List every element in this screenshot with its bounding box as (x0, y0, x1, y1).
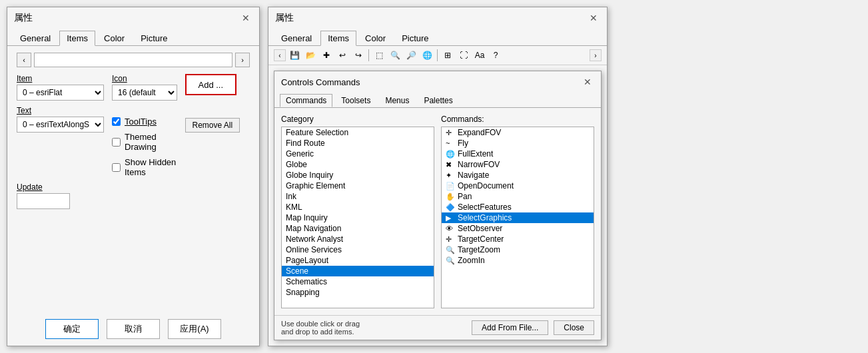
tab-color-right[interactable]: Color (358, 31, 393, 46)
cc-title: Controls Commands (281, 77, 360, 87)
toolbar-save-icon[interactable]: 💾 (287, 49, 302, 62)
toolbar-sep1 (368, 49, 369, 61)
cmd-open-document[interactable]: 📄OpenDocument (442, 180, 594, 191)
toolbar-globe-icon[interactable]: 🌐 (420, 49, 434, 62)
commands-list[interactable]: ✛ExpandFOV ~Fly 🌐FullExtent ✖NarrowFOV ✦… (441, 127, 594, 308)
cmd-fly[interactable]: ~Fly (442, 138, 594, 149)
cc-footer: Use double click or drag and drop to add… (274, 315, 601, 340)
tab-items-left[interactable]: Items (59, 31, 95, 46)
zoom-in-icon: 🔍 (446, 256, 455, 265)
cat-network-analyst[interactable]: Network Analyst (282, 234, 434, 244)
cmd-select-graphics[interactable]: ▶SelectGraphics (442, 212, 594, 223)
tab-picture-left[interactable]: Picture (133, 31, 175, 46)
cat-globe[interactable]: Globe (282, 159, 434, 170)
add-from-file-button[interactable]: Add From File... (472, 320, 548, 335)
commands-column: Commands: ✛ExpandFOV ~Fly 🌐FullExtent ✖N… (441, 115, 594, 308)
right-properties-dialog: 属性 ✕ General Items Color Picture ‹ 💾 📂 ✚… (268, 7, 608, 346)
toolbar-scroll-right[interactable]: › (590, 49, 602, 61)
cat-globe-inquiry[interactable]: Globe Inquiry (282, 170, 434, 180)
toolbar-select-icon[interactable]: ⬚ (372, 49, 386, 62)
cmd-set-observer[interactable]: 👁SetObserver (442, 223, 594, 234)
right-titlebar: 属性 ✕ (268, 7, 607, 27)
cat-schematics[interactable]: Schematics (282, 276, 434, 287)
cat-find-route[interactable]: Find Route (282, 138, 434, 149)
cmd-target-zoom[interactable]: 🔍TargetZoom (442, 244, 594, 255)
add-button[interactable]: Add ... (185, 74, 237, 95)
category-list[interactable]: Feature Selection Find Route Generic Glo… (281, 127, 434, 308)
tab-general-left[interactable]: General (13, 31, 58, 46)
cat-scene[interactable]: Scene (282, 266, 434, 276)
toolbar-add-icon[interactable]: ✚ (319, 49, 334, 62)
tooltips-checkbox[interactable] (112, 117, 121, 126)
left-dialog-title: 属性 (14, 12, 33, 24)
toolbar-scroll-left[interactable]: ‹ (274, 49, 286, 61)
cc-tab-commands[interactable]: Commands (280, 94, 332, 107)
cat-snapping[interactable]: Snapping (282, 287, 434, 298)
cmd-narrow-fov[interactable]: ✖NarrowFOV (442, 159, 594, 170)
apply-button[interactable]: 应用(A) (168, 319, 221, 339)
cat-map-navigation[interactable]: Map Navigation (282, 223, 434, 234)
cmd-select-features[interactable]: 🔷SelectFeatures (442, 202, 594, 212)
scroll-right-btn[interactable]: › (235, 53, 250, 67)
cmd-target-center[interactable]: ✛TargetCenter (442, 234, 594, 244)
item-field-group: Item 0 – esriFlat (17, 74, 104, 101)
right-close-button[interactable]: ✕ (587, 11, 600, 25)
cat-pagelayout[interactable]: PageLayout (282, 255, 434, 266)
cmd-navigate[interactable]: ✦Navigate (442, 170, 594, 180)
tab-general-right[interactable]: General (274, 31, 319, 46)
cc-close-button[interactable]: ✕ (581, 75, 594, 89)
cc-titlebar: Controls Commands ✕ (274, 71, 601, 91)
cancel-button[interactable]: 取消 (107, 319, 160, 339)
cmd-zoom-in[interactable]: 🔍ZoomIn (442, 255, 594, 266)
scroll-left-btn[interactable]: ‹ (17, 53, 31, 67)
pan-icon: ✋ (446, 192, 455, 201)
cc-tab-menus[interactable]: Menus (379, 94, 415, 107)
tab-items-right[interactable]: Items (320, 31, 356, 46)
ok-button[interactable]: 确定 (45, 319, 99, 339)
category-label: Category (281, 115, 434, 124)
cmd-full-extent[interactable]: 🌐FullExtent (442, 149, 594, 159)
toolbar-sep2 (437, 49, 438, 61)
cat-map-inquiry[interactable]: Map Inquiry (282, 212, 434, 223)
cmd-pan[interactable]: ✋Pan (442, 191, 594, 202)
tooltips-label: ToolTips (125, 117, 157, 127)
icon-select[interactable]: 16 (default (112, 85, 177, 101)
item-select[interactable]: 0 – esriFlat (17, 85, 104, 101)
tab-color-left[interactable]: Color (97, 31, 132, 46)
cc-tab-toolsets[interactable]: Toolsets (335, 94, 376, 107)
cat-feature-selection[interactable]: Feature Selection (282, 127, 434, 138)
toolbar-fullscreen-icon[interactable]: ⛶ (456, 49, 471, 62)
themed-drawing-checkbox[interactable] (112, 138, 121, 147)
themed-drawing-label: Themed Drawing (125, 132, 177, 152)
cat-ink[interactable]: Ink (282, 191, 434, 202)
toolbar-redo-icon[interactable]: ↪ (351, 49, 366, 62)
left-close-button[interactable]: ✕ (239, 11, 252, 25)
target-center-icon: ✛ (446, 235, 455, 244)
tab-picture-right[interactable]: Picture (394, 31, 436, 46)
commands-label: Commands: (441, 115, 594, 124)
toolbar-help-icon[interactable]: ? (488, 49, 503, 62)
tooltips-row: ToolTips (112, 117, 177, 127)
text-select[interactable]: 0 – esriTextAlongS (17, 117, 104, 133)
toolbar-zoom-out-icon[interactable]: 🔎 (404, 49, 418, 62)
cc-close-btn[interactable]: Close (554, 320, 594, 335)
left-tabs: General Items Color Picture (7, 27, 259, 46)
toolbar-zoom-in-icon[interactable]: 🔍 (388, 49, 402, 62)
show-hidden-checkbox[interactable] (112, 163, 121, 172)
toolbar-undo-icon[interactable]: ↩ (335, 49, 350, 62)
left-properties-dialog: 属性 ✕ General Items Color Picture ‹ › Ite… (7, 7, 260, 346)
cc-tab-palettes[interactable]: Palettes (418, 94, 458, 107)
cmd-expand-fov[interactable]: ✛ExpandFOV (442, 127, 594, 138)
cat-online-services[interactable]: Online Services (282, 244, 434, 255)
cat-generic[interactable]: Generic (282, 149, 434, 159)
update-input[interactable]: 500 (17, 193, 70, 209)
right-dialog-title: 属性 (275, 12, 294, 24)
toolbar-open-icon[interactable]: 📂 (303, 49, 318, 62)
full-extent-icon: 🌐 (446, 150, 455, 159)
cat-kml[interactable]: KML (282, 202, 434, 212)
open-document-icon: 📄 (446, 182, 455, 190)
remove-all-button[interactable]: Remove All (185, 118, 240, 133)
cat-graphic-element[interactable]: Graphic Element (282, 180, 434, 191)
toolbar-grid-icon[interactable]: ⊞ (440, 49, 455, 62)
toolbar-text-icon[interactable]: Aa (472, 49, 487, 62)
